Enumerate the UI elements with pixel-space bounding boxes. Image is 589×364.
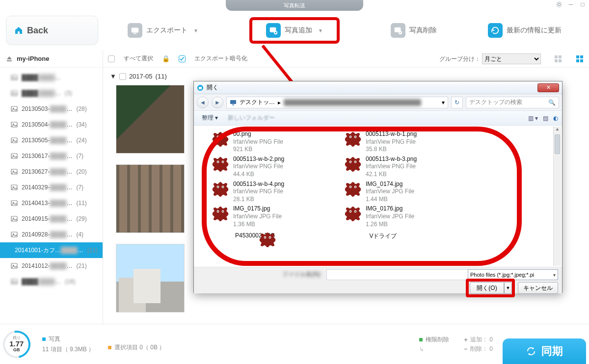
file-size: 1.44 MB	[366, 196, 414, 204]
nav-forward-button[interactable]: ►	[212, 97, 223, 108]
sidebar-item[interactable]: 20130617-████… (7)	[0, 148, 103, 164]
view-grid-icon[interactable]	[554, 54, 562, 63]
sidebar-item-label: 20140928-████…	[22, 231, 72, 238]
nav-refresh-button[interactable]: ↻	[451, 97, 463, 108]
file-type: IrfanView PNG File	[366, 138, 417, 146]
dialog-scrollbar[interactable]: ▲	[553, 127, 561, 266]
dialog-close-button[interactable]: ✕	[537, 83, 559, 92]
del-count: 0	[489, 345, 493, 352]
add-photo-button[interactable]: 写真追加 ▼	[266, 23, 323, 38]
sidebar-item[interactable]: 20130505-████… (24)	[0, 132, 103, 148]
device-header[interactable]: my-iPhone	[0, 50, 103, 68]
sidebar-item[interactable]: 20141012-████… (21)	[0, 258, 103, 274]
sidebar-item[interactable]: 20140329-████… (7)	[0, 180, 103, 195]
help-button[interactable]: ◐	[553, 115, 558, 122]
file-type: IrfanView JPG File	[233, 213, 282, 221]
group-checkbox[interactable]	[119, 73, 126, 80]
select-all-label: すべて選択	[124, 54, 153, 63]
export-button[interactable]: エクスポート ▼	[128, 23, 198, 38]
file-name: 0005113-w-b-2.png	[233, 156, 284, 163]
window-minimize-icon[interactable]: ─	[567, 1, 574, 8]
collapse-icon: ▼	[110, 73, 116, 80]
filetype-combo[interactable]: Photo files (*.jpg;*.jpeg;*.pi	[468, 269, 558, 280]
file-item[interactable]: IMG_0174.jpgIrfanView JPG File1.44 MB	[344, 181, 477, 204]
sidebar-item[interactable]: 20140928-████… (4)	[0, 227, 103, 242]
file-item[interactable]: 0005113-w-b-4.pngIrfanView PNG File28.1 …	[212, 181, 344, 204]
address-bar[interactable]: デスクトッ…▸ ▾	[226, 97, 448, 108]
file-item[interactable]: 0005113-w-b-2.pngIrfanView PNG File44.4 …	[212, 156, 344, 179]
open-button[interactable]: 開く(O)	[470, 282, 504, 294]
sidebar-item-label: ████████…	[22, 278, 61, 285]
sidebar-item-count: (21)	[76, 262, 86, 269]
file-item[interactable]: IMG_0176.jpgIrfanView JPG File1.26 MB	[344, 205, 477, 228]
settings-gear-icon[interactable]	[556, 1, 562, 8]
open-dropdown[interactable]: ▼	[504, 282, 512, 294]
view-grid-active-icon[interactable]	[575, 54, 584, 63]
file-icon	[344, 205, 362, 223]
perm-label: 権限削除	[426, 336, 449, 343]
sidebar-item[interactable]: 20130627-████… (20)	[0, 164, 103, 180]
sidebar-item-count: (28)	[76, 105, 86, 112]
filename-label: ファイル名(N):	[282, 270, 321, 279]
home-icon	[14, 26, 23, 35]
svg-rect-36	[230, 100, 236, 104]
svg-rect-23	[559, 55, 562, 58]
file-type: IrfanView PNG File	[233, 138, 283, 146]
legend-dot-selection	[108, 346, 111, 349]
file-name: 0005113-w-b-4.png	[233, 181, 284, 188]
file-item[interactable]: 0005113-w-b-3.pngIrfanView PNG File42.1 …	[344, 156, 477, 179]
group-label: グループ分け：	[439, 55, 481, 62]
sidebar-item[interactable]: 20140915-████… (29)	[0, 211, 103, 227]
group-select[interactable]: 月ごと	[482, 53, 541, 64]
sidebar-item[interactable]: 20141001-カフ…████… (11)	[0, 242, 103, 258]
dialog-search-input[interactable]: デスクトップの検索 🔍	[466, 97, 559, 108]
storage-unit: GB	[9, 348, 24, 352]
file-name: 00.png	[233, 130, 283, 138]
sidebar-item-label: 20130627-████…	[22, 168, 72, 175]
organize-button[interactable]: 整理 ▾	[198, 113, 222, 123]
file-item[interactable]: 0005113-w-b-1.pngIrfanView PNG File35.8 …	[344, 130, 477, 154]
sidebar-item[interactable]: ████████… (3)	[0, 85, 103, 101]
sidebar-item-count: (11)	[87, 247, 98, 254]
back-button[interactable]: Back	[6, 16, 98, 45]
svg-rect-26	[576, 55, 579, 58]
file-item[interactable]: IMG_0175.jpgIrfanView JPG File1.36 MB	[212, 205, 344, 228]
eject-icon	[6, 55, 13, 62]
delete-photo-button[interactable]: 写真削除	[391, 23, 437, 38]
sidebar-item[interactable]: ████████…	[0, 70, 103, 85]
sidebar-item[interactable]: 20130504-████… (34)	[0, 117, 103, 132]
sidebar-item-label: 20140413-████…	[22, 200, 72, 207]
sidebar-item[interactable]: 20140413-████… (11)	[0, 195, 103, 211]
sidebar-item[interactable]: 20130503-████… (28)	[0, 101, 103, 117]
preview-pane-button[interactable]: ▤	[543, 115, 548, 122]
new-folder-button[interactable]: 新しいフォルダー	[228, 114, 275, 122]
photo-thumbnail[interactable]	[116, 85, 185, 154]
encrypt-checkbox[interactable]	[179, 55, 186, 62]
svg-rect-29	[580, 59, 583, 62]
view-mode-button[interactable]: ▥ ▾	[528, 115, 538, 122]
file-name[interactable]: Vドライブ	[369, 232, 397, 240]
photo-thumbnail[interactable]	[116, 164, 185, 233]
file-size: 1.26 MB	[366, 221, 414, 229]
storage-value: 1.77	[9, 340, 24, 348]
dialog-titlebar: 開く ✕	[194, 81, 562, 94]
file-item[interactable]: 00.pngIrfanView PNG File921 KB	[212, 130, 344, 154]
sidebar-item[interactable]: ████████… (16)	[0, 274, 103, 289]
window-maximize-icon[interactable]: □	[579, 1, 586, 8]
file-type: IrfanView JPG File	[366, 213, 414, 221]
sidebar-item-count: (4)	[76, 231, 83, 238]
address-segment: デスクトッ…	[240, 98, 275, 106]
nav-back-button[interactable]: ◄	[197, 97, 209, 108]
desktop-icon	[230, 99, 237, 106]
svg-rect-28	[576, 59, 579, 62]
refresh-button[interactable]: 最新の情報に更新	[488, 23, 562, 38]
file-icon	[344, 156, 362, 173]
sync-button[interactable]: 同期	[503, 338, 586, 364]
file-type: IrfanView PNG File	[366, 163, 417, 171]
file-name: IMG_0176.jpg	[366, 205, 414, 213]
sidebar-item-count: (7)	[76, 184, 83, 191]
photo-thumbnail[interactable]	[116, 244, 185, 312]
select-all-checkbox[interactable]	[108, 55, 115, 62]
app-icon	[197, 84, 204, 91]
cancel-button[interactable]: キャンセル	[518, 282, 558, 294]
